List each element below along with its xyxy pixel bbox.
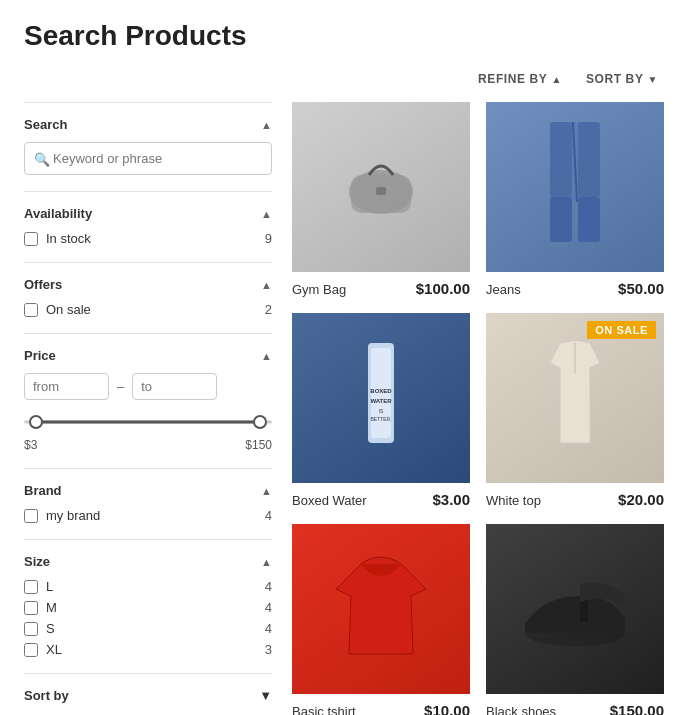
sort-by-chevron-icon: ▼	[259, 688, 272, 703]
product-image-black-shoes	[486, 524, 664, 694]
products-grid: Gym Bag $100.00	[292, 102, 664, 715]
on-sale-badge: ON SALE	[587, 321, 656, 339]
search-section: Search ▲ 🔍	[24, 102, 272, 175]
product-name-white-top: White top	[486, 493, 541, 508]
slider-thumb-right[interactable]	[253, 415, 267, 429]
size-M-checkbox[interactable]	[24, 601, 38, 615]
svg-rect-4	[550, 122, 572, 197]
size-XL-count: 3	[265, 642, 272, 657]
search-header[interactable]: Search ▲	[24, 117, 272, 132]
size-S-label: S	[46, 621, 55, 636]
product-price-jeans: $50.00	[618, 280, 664, 297]
product-price-white-top: $20.00	[618, 491, 664, 508]
refine-by-chevron-icon: ▲	[551, 74, 562, 85]
brand-header[interactable]: Brand ▲	[24, 483, 272, 498]
product-name-jeans: Jeans	[486, 282, 521, 297]
svg-text:BETTER.: BETTER.	[370, 416, 391, 422]
product-img-jeans	[486, 102, 664, 272]
product-card-basic-tshirt[interactable]: Basic tshirt $10.00	[292, 524, 470, 715]
slider-fill	[34, 421, 262, 424]
price-section: Price ▲ – $3 $150	[24, 333, 272, 452]
brand-section: Brand ▲ my brand 4	[24, 468, 272, 523]
page-container: Search Products REFINE BY ▲ SORT BY ▼ Se…	[0, 0, 688, 715]
sort-by-section: Sort by ▼	[24, 673, 272, 703]
products-area: Gym Bag $100.00	[292, 102, 664, 715]
size-S-count: 4	[265, 621, 272, 636]
size-L-row: L 4	[24, 579, 272, 594]
product-price-basic-tshirt: $10.00	[424, 702, 470, 715]
product-info-gym-bag: Gym Bag $100.00	[292, 280, 470, 297]
price-range-labels: $3 $150	[24, 438, 272, 452]
availability-section: Availability ▲ In stock 9	[24, 191, 272, 246]
sort-by-header[interactable]: Sort by ▼	[24, 688, 272, 703]
price-inputs: –	[24, 373, 272, 400]
price-header[interactable]: Price ▲	[24, 348, 272, 363]
size-chevron-icon: ▲	[261, 556, 272, 568]
brand-mybrand-row: my brand 4	[24, 508, 272, 523]
svg-rect-5	[578, 122, 600, 197]
size-M-count: 4	[265, 600, 272, 615]
price-separator: –	[117, 379, 124, 394]
product-name-basic-tshirt: Basic tshirt	[292, 704, 356, 715]
size-M-label: M	[46, 600, 57, 615]
slider-thumb-left[interactable]	[29, 415, 43, 429]
svg-rect-8	[578, 197, 600, 242]
offers-onsale-count: 2	[265, 302, 272, 317]
svg-text:BOXED: BOXED	[370, 388, 392, 394]
product-info-boxed-water: Boxed Water $3.00	[292, 491, 470, 508]
brand-mybrand-label: my brand	[46, 508, 100, 523]
product-card-black-shoes[interactable]: Black shoes $150.00	[486, 524, 664, 715]
price-max-label: $150	[245, 438, 272, 452]
brand-mybrand-checkbox[interactable]	[24, 509, 38, 523]
product-image-jeans	[486, 102, 664, 272]
size-S-row: S 4	[24, 621, 272, 636]
product-card-gym-bag[interactable]: Gym Bag $100.00	[292, 102, 470, 297]
size-S-checkbox[interactable]	[24, 622, 38, 636]
offers-header[interactable]: Offers ▲	[24, 277, 272, 292]
product-image-gym-bag	[292, 102, 470, 272]
product-card-jeans[interactable]: Jeans $50.00	[486, 102, 664, 297]
product-info-black-shoes: Black shoes $150.00	[486, 702, 664, 715]
offers-onsale-label: On sale	[46, 302, 91, 317]
availability-header[interactable]: Availability ▲	[24, 206, 272, 221]
offers-chevron-icon: ▲	[261, 279, 272, 291]
price-slider[interactable]	[24, 412, 272, 432]
availability-instock-count: 9	[265, 231, 272, 246]
availability-chevron-icon: ▲	[261, 208, 272, 220]
size-XL-checkbox[interactable]	[24, 643, 38, 657]
availability-instock-checkbox[interactable]	[24, 232, 38, 246]
sidebar: Search ▲ 🔍 Availability ▲ In stock	[24, 102, 272, 715]
size-L-checkbox[interactable]	[24, 580, 38, 594]
search-icon: 🔍	[34, 151, 50, 166]
product-img-boxed-water: BOXED WATER IS BETTER.	[292, 313, 470, 483]
offers-onsale-checkbox[interactable]	[24, 303, 38, 317]
product-info-white-top: White top $20.00	[486, 491, 664, 508]
offers-section: Offers ▲ On sale 2	[24, 262, 272, 317]
product-name-boxed-water: Boxed Water	[292, 493, 367, 508]
sort-by-top-button[interactable]: SORT BY ▼	[580, 68, 664, 90]
product-card-boxed-water[interactable]: BOXED WATER IS BETTER. Boxed Water $3.00	[292, 313, 470, 508]
page-title: Search Products	[24, 20, 664, 52]
size-section: Size ▲ L 4 M 4	[24, 539, 272, 657]
size-L-label: L	[46, 579, 53, 594]
svg-text:WATER: WATER	[370, 398, 392, 404]
product-name-black-shoes: Black shoes	[486, 704, 556, 715]
product-price-gym-bag: $100.00	[416, 280, 470, 297]
product-image-basic-tshirt	[292, 524, 470, 694]
price-chevron-icon: ▲	[261, 350, 272, 362]
size-XL-label: XL	[46, 642, 62, 657]
brand-chevron-icon: ▲	[261, 485, 272, 497]
availability-instock-row: In stock 9	[24, 231, 272, 246]
size-XL-row: XL 3	[24, 642, 272, 657]
product-image-white-top: ON SALE	[486, 313, 664, 483]
price-from-input[interactable]	[24, 373, 109, 400]
product-img-tshirt	[292, 524, 470, 694]
size-L-count: 4	[265, 579, 272, 594]
size-header[interactable]: Size ▲	[24, 554, 272, 569]
refine-by-button[interactable]: REFINE BY ▲	[472, 68, 568, 90]
price-to-input[interactable]	[132, 373, 217, 400]
search-input[interactable]	[24, 142, 272, 175]
sort-by-top-chevron-icon: ▼	[648, 74, 659, 85]
product-card-white-top[interactable]: ON SALE White top $20.00	[486, 313, 664, 508]
svg-rect-2	[376, 187, 386, 195]
